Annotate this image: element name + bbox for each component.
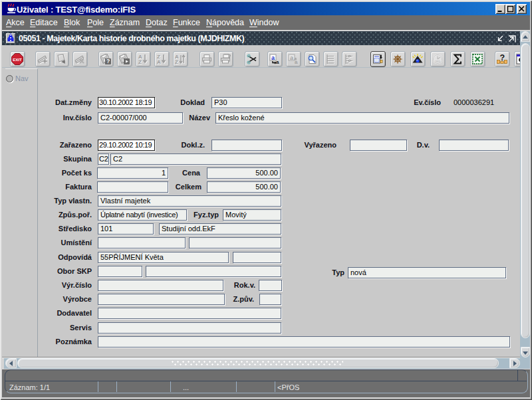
svg-text:?: ? [499, 54, 505, 62]
svg-text:?: ? [106, 58, 110, 64]
svg-text:EXIT: EXIT [13, 58, 22, 62]
svg-text:Z: Z [138, 59, 142, 64]
svg-text:Z: Z [175, 59, 178, 64]
svg-text:a: a [295, 59, 298, 64]
svg-text:a: a [276, 59, 279, 64]
svg-text:A: A [157, 59, 161, 64]
svg-text:1315: 1315 [435, 60, 440, 63]
